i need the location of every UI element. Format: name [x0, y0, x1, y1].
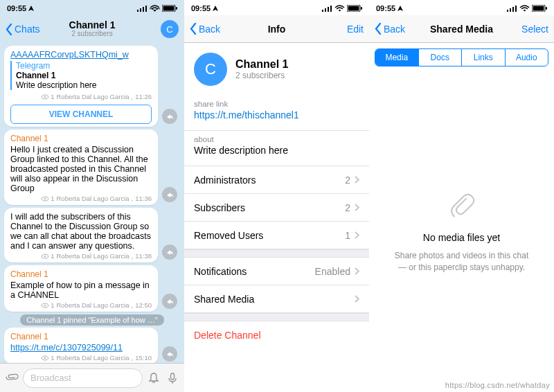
separator [184, 313, 369, 321]
message-text: Example of how to pin a message in a CHA… [10, 280, 152, 300]
svg-rect-22 [330, 6, 332, 12]
paperclip-large-icon [446, 190, 478, 222]
channel-avatar[interactable]: C [194, 53, 227, 86]
back-button[interactable]: Back [190, 23, 228, 35]
message-bubble[interactable]: Channel 1 Example of how to pin a messag… [4, 265, 158, 312]
about-section: about Write description here [184, 131, 369, 166]
nav-bar: Back Shared Media Select [369, 15, 554, 43]
share-icon [166, 249, 174, 256]
share-icon [166, 191, 174, 199]
share-button[interactable] [162, 346, 177, 362]
svg-rect-0 [137, 10, 138, 12]
svg-rect-2 [143, 7, 144, 12]
views-icon [42, 303, 48, 308]
wifi-icon [334, 5, 345, 12]
share-button[interactable] [162, 187, 177, 202]
wifi-icon [150, 5, 160, 12]
back-button[interactable]: Back [375, 23, 413, 35]
share-button[interactable] [162, 294, 177, 309]
compose-input[interactable]: Broadcast [23, 368, 143, 388]
svg-rect-26 [361, 7, 362, 10]
channel-avatar[interactable]: C [161, 20, 179, 38]
message-text: I will add the subscribers of this Chann… [10, 212, 152, 251]
back-label: Back [384, 24, 405, 35]
views-icon [42, 253, 48, 259]
svg-point-13 [44, 255, 46, 256]
paperclip-icon [5, 371, 19, 385]
chevron-right-icon [355, 231, 359, 239]
views-icon [42, 355, 48, 361]
delete-channel-row[interactable]: Delete Channel [184, 321, 369, 349]
back-label: Chats [15, 24, 40, 35]
pinned-indicator[interactable]: Channel 1 pinned "Example of how …" [20, 314, 163, 326]
page-title: Info [228, 24, 325, 34]
chevron-right-icon [355, 204, 359, 211]
subscribers-row[interactable]: Subscribers 2 [184, 194, 369, 222]
about-text: Write description here [194, 145, 359, 156]
mute-button[interactable] [146, 371, 161, 386]
view-channel-button[interactable]: VIEW CHANNEL [10, 105, 152, 124]
location-icon [212, 5, 219, 12]
message-link[interactable]: AAAAAFRCorvpLSKTHQmi_w [10, 50, 152, 60]
mic-button[interactable] [165, 371, 180, 386]
select-button[interactable]: Select [521, 24, 548, 35]
back-button[interactable]: Chats [6, 24, 44, 35]
tab-media[interactable]: Media [375, 49, 418, 66]
svg-point-31 [524, 10, 526, 12]
signal-icon [137, 5, 148, 12]
message-bubble[interactable]: AAAAAFRCorvpLSKTHQmi_w Telegram Channel … [4, 46, 158, 127]
empty-state: No media files yet Share photos and vide… [369, 72, 554, 392]
tab-audio[interactable]: Audio [505, 49, 548, 66]
edit-button[interactable]: Edit [347, 24, 364, 35]
svg-rect-6 [163, 6, 175, 11]
wifi-icon [519, 5, 530, 12]
location-icon [28, 5, 35, 12]
chat-body[interactable]: AAAAAFRCorvpLSKTHQmi_w Telegram Channel … [0, 43, 184, 363]
tab-links[interactable]: Links [461, 49, 505, 66]
svg-point-11 [44, 197, 46, 199]
svg-rect-1 [140, 8, 141, 12]
share-button[interactable] [162, 109, 177, 124]
tab-docs[interactable]: Docs [418, 49, 462, 66]
chevron-left-icon [190, 23, 197, 35]
share-link-section[interactable]: share link https://t.me/thischannel1 [184, 96, 369, 131]
svg-point-23 [339, 10, 341, 12]
empty-subtitle: Share photos and videos in this chat — o… [390, 250, 533, 274]
message-bubble[interactable]: I will add the subscribers of this Chann… [4, 208, 158, 262]
svg-rect-27 [507, 10, 508, 12]
watermark: https://blog.csdn.net/whatday [445, 381, 550, 389]
nav-bar: Back Info Edit [184, 15, 369, 43]
chevron-left-icon [375, 23, 382, 35]
status-bar: 09:55 [369, 0, 554, 15]
shared-media-screen: 09:55 Back Shared Media Select Media Doc… [369, 0, 554, 392]
notifications-row[interactable]: Notifications Enabled [184, 258, 369, 285]
chevron-left-icon [6, 24, 12, 35]
status-time: 09:55 [7, 4, 26, 12]
status-time: 09:55 [191, 4, 211, 12]
message-link[interactable]: https://t.me/c/1307925099/11 [10, 343, 152, 353]
empty-title: No media files yet [423, 232, 500, 243]
bell-icon [148, 372, 160, 384]
share-button[interactable] [162, 244, 177, 260]
svg-point-15 [44, 304, 46, 305]
svg-point-9 [44, 96, 46, 97]
attach-button[interactable] [4, 371, 19, 386]
nav-bar: Chats Channel 1 2 subscribers C [0, 15, 184, 43]
administrators-row[interactable]: Administrators 2 [184, 166, 369, 194]
share-icon [166, 113, 174, 121]
shared-media-row[interactable]: Shared Media [184, 285, 369, 313]
share-link[interactable]: https://t.me/thischannel1 [194, 109, 359, 121]
views-icon [42, 196, 48, 202]
message-text: Hello I just created a Discussion Group … [10, 145, 152, 193]
chat-subtitle: 2 subscribers [44, 30, 141, 38]
removed-users-row[interactable]: Removed Users 1 [184, 222, 369, 249]
message-bubble[interactable]: Channel 1 https://t.me/c/1307925099/11 1… [4, 328, 158, 363]
message-bubble[interactable]: Channel 1 Hello I just created a Discuss… [4, 130, 158, 205]
info-body: C Channel 1 2 subscribers share link htt… [184, 43, 369, 392]
svg-rect-30 [515, 6, 517, 12]
svg-rect-21 [328, 7, 329, 12]
svg-rect-25 [348, 6, 359, 11]
link-preview: Telegram Channel 1 Write description her… [10, 61, 152, 90]
share-icon [166, 298, 174, 305]
svg-rect-34 [546, 7, 547, 10]
